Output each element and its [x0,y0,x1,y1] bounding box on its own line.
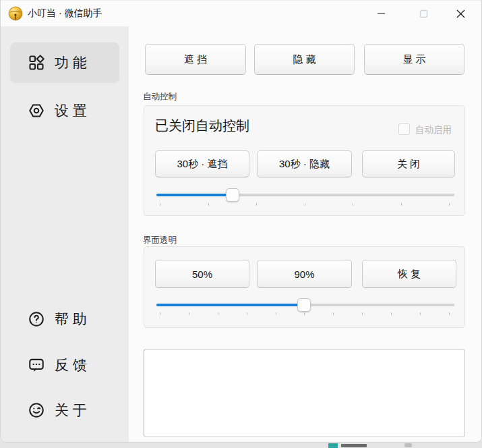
slider-tick-marks [160,203,450,206]
apps-grid-icon [28,54,45,72]
log-output-box[interactable] [144,349,465,437]
auto-control-status: 已关闭自动控制 [155,117,249,135]
slider-fill [156,194,233,196]
slider-thumb[interactable] [226,188,239,202]
sidebar-item-help[interactable]: 帮 助 [10,299,119,339]
slider-tick-marks [160,312,450,316]
auto-off-button[interactable]: 关 闭 [362,150,455,177]
hide-30s-button[interactable]: 30秒 · 隐藏 [257,150,352,177]
transparency-panel: 50% 90% 恢 复 [144,246,465,328]
background-fragment-gray [404,443,412,447]
auto-enable-checkbox-label: 自动启用 [415,124,452,136]
sidebar-item-label: 关 于 [55,401,87,420]
background-fragment-teal [328,443,338,448]
sidebar-item-about[interactable]: 关 于 [10,390,119,430]
window-title: 小叮当 · 微信助手 [28,1,102,26]
sidebar-item-label: 帮 助 [55,310,87,329]
feedback-icon [28,356,45,374]
opacity-90-button[interactable]: 90% [257,260,352,288]
auto-enable-checkbox[interactable] [398,123,410,135]
cover-button[interactable]: 遮 挡 [145,44,246,75]
opacity-50-button[interactable]: 50% [155,260,249,288]
app-window: 小叮当 · 微信助手 功 能 [0,0,482,443]
close-button[interactable] [446,2,475,25]
about-icon [28,401,45,419]
help-icon [28,310,45,328]
auto-control-slider[interactable] [156,188,454,202]
hide-button[interactable]: 隐 藏 [254,44,355,75]
sidebar-item-settings[interactable]: 设 置 [10,90,119,131]
transparency-section-label: 界面透明 [143,235,177,246]
settings-icon [28,102,45,119]
sidebar-item-feedback[interactable]: 反 馈 [10,345,119,385]
opacity-reset-button[interactable]: 恢 复 [362,260,456,288]
slider-thumb[interactable] [297,298,311,312]
minimize-button[interactable] [366,2,396,25]
sidebar-item-label: 反 馈 [55,356,87,374]
cover-30s-button[interactable]: 30秒 · 遮挡 [155,150,249,177]
sidebar-item-label: 功 能 [55,53,87,72]
sidebar-item-label: 设 置 [55,101,87,120]
maximize-button[interactable] [409,2,438,25]
sidebar: 功 能 设 置 帮 助 [1,26,129,442]
transparency-slider[interactable] [156,298,454,312]
main-content: 遮 挡 隐 藏 显 示 自动控制 已关闭自动控制 自动启用 30秒 · 遮挡 3… [129,26,481,442]
background-fragment-text [341,444,367,447]
slider-fill [156,304,304,306]
bell-icon [7,5,24,22]
title-bar: 小叮当 · 微信助手 [1,1,481,26]
auto-control-panel: 已关闭自动控制 自动启用 30秒 · 遮挡 30秒 · 隐藏 关 闭 [144,105,465,216]
auto-control-section-label: 自动控制 [143,91,177,103]
show-button[interactable]: 显 示 [364,44,464,75]
sidebar-item-features[interactable]: 功 能 [10,43,119,83]
